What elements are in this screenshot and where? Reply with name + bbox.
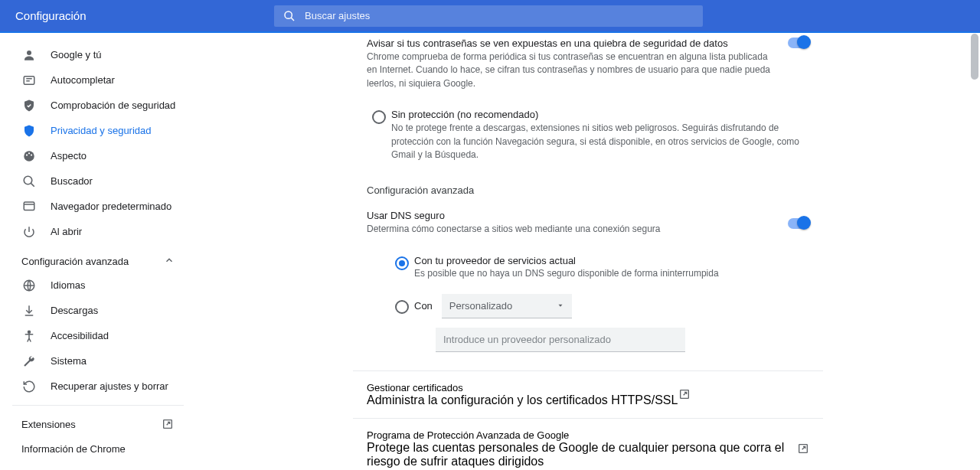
search-box[interactable]	[274, 5, 703, 27]
svg-line-11	[31, 183, 34, 186]
secure-dns-desc: Determina cómo conectarse a sitios web m…	[367, 223, 776, 236]
autocomplete-icon	[21, 73, 37, 88]
svg-point-10	[24, 176, 32, 184]
paint-icon	[21, 149, 37, 164]
chevron-down-icon	[557, 300, 564, 312]
sidebar-item-default-browser[interactable]: Navegador predeterminado	[0, 194, 187, 219]
manage-certificates-row[interactable]: Gestionar certificados Administra la con…	[353, 370, 823, 418]
header-bar: Configuración	[0, 0, 980, 31]
sidebar-advanced-toggle[interactable]: Configuración avanzada	[0, 244, 196, 273]
search-icon	[21, 174, 37, 189]
svg-point-9	[31, 154, 32, 155]
search-input[interactable]	[305, 10, 703, 21]
no-protection-desc: No te protege frente a descargas, extens…	[391, 122, 809, 162]
default-browser-icon	[21, 199, 37, 214]
sidebar-item-languages[interactable]: Idiomas	[0, 273, 187, 298]
svg-rect-12	[24, 202, 34, 211]
sidebar-item-safety-check[interactable]: Comprobación de seguridad	[0, 93, 187, 118]
svg-point-2	[27, 51, 31, 55]
advanced-protection-row[interactable]: Programa de Protección Avanzada de Googl…	[353, 418, 823, 470]
download-icon	[21, 303, 37, 318]
svg-point-0	[285, 11, 292, 18]
dns-custom-provider-input[interactable]: Introduce un proveedor personalizado	[436, 328, 685, 352]
sidebar-item-google[interactable]: Google y tú	[0, 42, 187, 67]
sidebar-item-downloads[interactable]: Descargas	[0, 298, 187, 323]
sidebar-item-appearance[interactable]: Aspecto	[0, 143, 187, 168]
sidebar-item-label: Accesibilidad	[51, 330, 109, 341]
open-external-icon	[161, 417, 175, 431]
content-area: Avisar si tus contraseñas se ven expuest…	[196, 33, 980, 470]
restore-icon	[21, 379, 37, 394]
svg-marker-18	[558, 304, 562, 306]
secure-dns-title: Usar DNS seguro	[367, 210, 776, 221]
globe-icon	[21, 278, 37, 293]
chevron-up-icon	[164, 255, 175, 268]
advanced-protection-title: Programa de Protección Avanzada de Googl…	[367, 429, 797, 441]
sidebar-item-label: Autocompletar	[51, 74, 115, 86]
no-protection-radio[interactable]	[372, 110, 386, 124]
dns-provider-select-value: Personalizado	[449, 300, 512, 312]
dns-custom-with-label: Con	[414, 300, 433, 312]
extensions-label: Extensiones	[21, 419, 76, 430]
sidebar-item-label: Aspecto	[51, 150, 87, 162]
sidebar-item-search-engine[interactable]: Buscador	[0, 168, 187, 194]
open-external-icon	[678, 387, 691, 401]
sidebar-item-extensions[interactable]: Extensiones	[0, 411, 196, 437]
dns-current-provider-radio[interactable]	[395, 256, 409, 270]
sidebar-item-label: Navegador predeterminado	[51, 201, 172, 212]
sidebar-item-on-startup[interactable]: Al abrir	[0, 219, 187, 244]
manage-certificates-title: Gestionar certificados	[367, 382, 678, 393]
sidebar-item-label: Google y tú	[51, 49, 102, 60]
accessibility-icon	[21, 328, 37, 344]
sidebar-item-about[interactable]: Información de Chrome	[0, 437, 196, 461]
sidebar-item-label: Al abrir	[51, 226, 82, 237]
password-breach-warn-desc: Chrome comprueba de forma periódica si t…	[367, 51, 776, 90]
svg-line-1	[291, 18, 294, 21]
password-breach-warn-title: Avisar si tus contraseñas se ven expuest…	[367, 38, 776, 49]
dns-current-provider-desc: Es posible que no haya un DNS seguro dis…	[414, 268, 719, 279]
dns-provider-select[interactable]: Personalizado	[442, 294, 572, 318]
page-title: Configuración	[15, 9, 274, 22]
sidebar-item-system[interactable]: Sistema	[0, 348, 187, 374]
power-icon	[21, 224, 37, 240]
wrench-icon	[21, 354, 37, 369]
svg-point-8	[28, 152, 30, 154]
sidebar-item-accessibility[interactable]: Accesibilidad	[0, 323, 187, 348]
sidebar-item-label: Privacidad y seguridad	[51, 125, 152, 136]
advanced-section-title: Configuración avanzada	[353, 171, 823, 201]
svg-point-16	[28, 331, 31, 333]
person-icon	[21, 47, 37, 63]
search-icon	[274, 10, 305, 22]
sidebar: Google y tú Autocompletar Comprobación d…	[0, 33, 196, 470]
open-external-icon	[797, 442, 809, 455]
password-breach-warn-toggle[interactable]	[788, 38, 809, 48]
sidebar-item-reset[interactable]: Recuperar ajustes y borrar	[0, 374, 187, 399]
secure-dns-toggle[interactable]	[788, 218, 809, 229]
sidebar-item-label: Idiomas	[51, 279, 86, 291]
sidebar-item-label: Comprobación de seguridad	[51, 100, 175, 111]
dns-current-provider-label: Con tu proveedor de servicios actual	[414, 255, 719, 266]
sidebar-item-autocomplete[interactable]: Autocompletar	[0, 67, 187, 93]
sidebar-item-privacy[interactable]: Privacidad y seguridad	[0, 118, 187, 143]
advanced-protection-desc: Protege las cuentas personales de Google…	[367, 441, 797, 468]
shield-icon	[21, 123, 37, 139]
scrollbar-thumb[interactable]	[971, 34, 978, 80]
no-protection-title: Sin protección (no recomendado)	[391, 109, 809, 120]
sidebar-item-label: Sistema	[51, 355, 87, 367]
shield-check-icon	[21, 98, 37, 113]
sidebar-item-label: Buscador	[51, 175, 93, 187]
sidebar-item-label: Recuperar ajustes y borrar	[51, 380, 168, 392]
dns-custom-provider-placeholder: Introduce un proveedor personalizado	[443, 334, 611, 345]
dns-custom-provider-radio[interactable]	[395, 300, 409, 314]
sidebar-item-label: Descargas	[51, 305, 98, 316]
manage-certificates-desc: Administra la configuración y los certif…	[367, 393, 678, 407]
advanced-header-label: Configuración avanzada	[21, 256, 129, 267]
about-label: Información de Chrome	[21, 443, 126, 455]
svg-point-7	[26, 154, 28, 155]
